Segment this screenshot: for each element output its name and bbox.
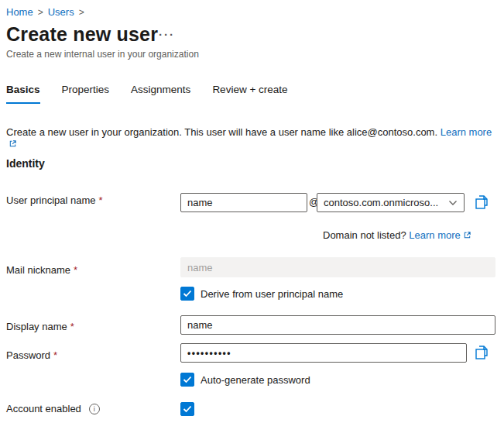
domain-hint: Domain not listed? Learn more (323, 229, 471, 242)
external-link-icon (9, 139, 17, 150)
intro-learn-more-link[interactable]: Learn more (441, 126, 492, 138)
account-enabled-label-text: Account enabled (6, 403, 81, 414)
external-link-icon (463, 230, 471, 242)
password-input[interactable]: •••••••••• (180, 343, 467, 363)
breadcrumb-separator: > (38, 7, 43, 18)
derive-checkbox-label: Derive from user principal name (201, 288, 343, 300)
upn-label-text: User principal name (6, 194, 96, 206)
page-title: Create new user (6, 23, 158, 46)
display-name-label: Display name* (6, 321, 74, 332)
tab-assignments[interactable]: Assignments (131, 81, 190, 104)
required-asterisk: * (99, 194, 103, 206)
tab-review-create[interactable]: Review + create (212, 81, 287, 104)
domain-select-value: contoso.com.onmicroso... (324, 197, 438, 208)
copy-password-button[interactable] (473, 344, 490, 363)
breadcrumb: Home > Users > (6, 6, 84, 18)
tab-basics[interactable]: Basics (6, 81, 40, 104)
intro-text: Create a new user in your organization. … (6, 126, 502, 150)
required-asterisk: * (70, 321, 74, 332)
context-menu-ellipsis-icon[interactable]: ··· (159, 28, 175, 41)
domain-hint-text: Domain not listed? (323, 229, 406, 241)
password-label-text: Password (6, 349, 50, 361)
autogen-checkbox[interactable] (180, 373, 194, 387)
mail-nickname-input (180, 257, 495, 277)
chevron-down-icon (448, 197, 458, 208)
tab-bar: Basics Properties Assignments Review + c… (6, 81, 310, 104)
account-enabled-label: Account enabled i (6, 403, 100, 414)
tab-properties[interactable]: Properties (62, 81, 110, 104)
autogen-checkbox-label: Auto-generate password (201, 374, 310, 386)
section-identity-heading: Identity (6, 157, 45, 170)
info-icon[interactable]: i (89, 404, 100, 414)
upn-label: User principal name* (6, 194, 103, 206)
breadcrumb-separator: > (79, 7, 84, 18)
derive-checkbox[interactable] (180, 287, 194, 301)
page-subtitle: Create a new internal user in your organ… (6, 49, 199, 60)
required-asterisk: * (74, 264, 77, 276)
upn-input[interactable] (180, 193, 307, 212)
intro-description: Create a new user in your organization. … (6, 126, 437, 138)
display-name-input[interactable] (180, 315, 495, 335)
mail-nickname-label: Mail nickname* (6, 264, 77, 276)
mail-nickname-label-text: Mail nickname (6, 264, 70, 276)
domain-select[interactable]: contoso.com.onmicroso... (317, 193, 465, 212)
breadcrumb-users-link[interactable]: Users (48, 6, 74, 18)
autogen-checkbox-row: Auto-generate password (180, 373, 310, 387)
breadcrumb-home-link[interactable]: Home (6, 6, 33, 18)
required-asterisk: * (53, 349, 57, 361)
domain-learn-more-link[interactable]: Learn more (409, 229, 460, 241)
display-name-label-text: Display name (6, 321, 67, 332)
copy-upn-button[interactable] (473, 194, 490, 212)
password-label: Password* (6, 349, 57, 361)
account-enabled-checkbox[interactable] (180, 402, 194, 416)
derive-checkbox-row: Derive from user principal name (180, 287, 343, 301)
